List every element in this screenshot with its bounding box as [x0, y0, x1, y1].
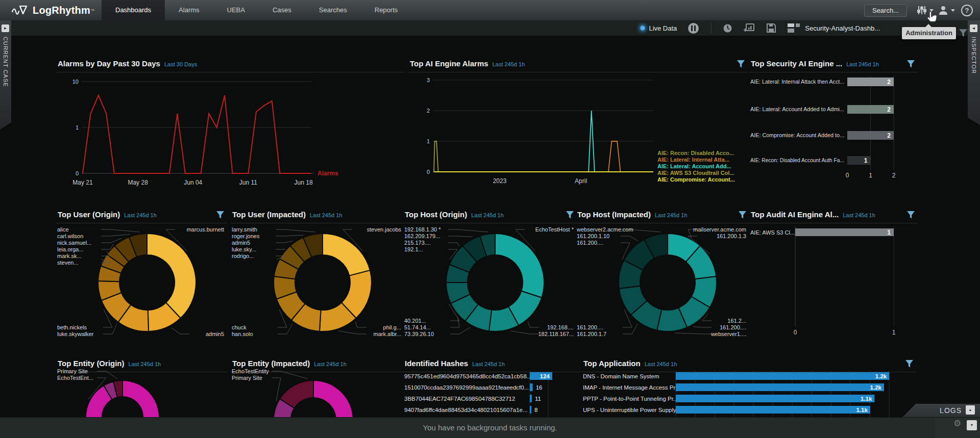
- nav-tab-alarms[interactable]: Alarms: [165, 0, 213, 20]
- settings-gear-icon[interactable]: ⚙: [953, 418, 961, 429]
- live-data-indicator-icon[interactable]: [640, 25, 645, 31]
- svg-text:0: 0: [76, 170, 79, 176]
- chart-area[interactable]: AIE: AWS S3 Cl...101: [749, 208, 918, 342]
- svg-text:1.2k: 1.2k: [875, 373, 887, 379]
- donut-labels-lt: webserver2.acme.com161.200.1.10161.200..…: [577, 226, 633, 246]
- chart-area[interactable]: 95775c451ed9604d9753465d8cc4d52ca1cb58..…: [403, 357, 581, 417]
- svg-text:AIE: Recon: Disabled Account A: AIE: Recon: Disabled Account Auth Fa...: [750, 157, 844, 163]
- panel-top-user-impacted: Top User (Impacted)Last 245d 1hlarry.smi…: [231, 208, 404, 351]
- administration-caret-icon[interactable]: [929, 9, 934, 12]
- slice-label: carl.wilson: [57, 233, 91, 240]
- inspector-panel-tab[interactable]: ◄ INSPECTOR: [968, 20, 980, 125]
- svg-text:2: 2: [427, 108, 430, 114]
- slice-label: steven...: [57, 260, 91, 266]
- search-button[interactable]: Search...: [864, 4, 907, 17]
- slice-label: 192.1...: [404, 246, 441, 253]
- svg-text:11: 11: [535, 396, 541, 402]
- chart-area[interactable]: EchoTestEntityPrimary Site: [231, 357, 404, 417]
- svg-text:2: 2: [892, 172, 896, 179]
- top-navigation-bar: LogRhythm™ Dashboards Alarms UEBA Cases …: [0, 0, 980, 20]
- svg-text:1.1k: 1.1k: [861, 396, 872, 402]
- slice-label: 182.118.167...: [538, 331, 574, 338]
- donut-labels-lt: alicecarl.wilsonnick.samuel...leia.orga.…: [57, 226, 91, 266]
- svg-text:95775c451ed9604d9753465d8cc4d5: 95775c451ed9604d9753465d8cc4d52ca1cb58..…: [404, 373, 531, 379]
- chart-area[interactable]: DNS - Domain Name System1.2kIMAP - Inter…: [582, 357, 916, 417]
- legend-item: AIE: AWS S3 Cloudtrail Col...: [657, 170, 735, 176]
- panel-top-application: Top ApplicationLast 245d 1hDNS - Domain …: [582, 357, 916, 417]
- panel-top-entity-origin: Top Entity (Origin)Last 245d 1hPrimary S…: [56, 357, 227, 417]
- donut-labels-rb: 161.2...161.200....webserver1....: [711, 318, 746, 338]
- svg-text:Jun 18: Jun 18: [295, 179, 313, 186]
- chart-area[interactable]: 192.168.1.30 *162.209.179...215.173....1…: [403, 208, 577, 351]
- nav-tab-reports[interactable]: Reports: [361, 0, 412, 20]
- svg-text:1.2k: 1.2k: [870, 384, 882, 391]
- time-range-clock-icon[interactable]: [723, 23, 732, 33]
- dashboard-filter-icon[interactable]: [959, 29, 968, 40]
- svg-text:124: 124: [540, 373, 550, 379]
- chart-area[interactable]: 32102023AprilAIE: Recon: Disabled Acco..…: [408, 57, 748, 194]
- svg-text:May 28: May 28: [128, 179, 148, 186]
- panel-top-ai-engine-alarms: Top AI Engine AlarmsLast 245d 1h32102023…: [408, 57, 748, 194]
- slice-label: webserver2.acme.com: [577, 226, 633, 233]
- user-profile-icon[interactable]: [938, 5, 948, 15]
- chart-area[interactable]: alicecarl.wilsonnick.samuel...leia.orga.…: [56, 208, 227, 351]
- help-icon[interactable]: ?: [961, 5, 973, 16]
- chart-area[interactable]: 1010May 21May 28Jun 04Jun 11Jun 18Alarms: [56, 57, 404, 194]
- donut-labels-lt: EchoTestEntityPrimary Site: [232, 368, 269, 381]
- donut-labels-lt: 192.168.1.30 *162.209.179...215.173....1…: [404, 226, 441, 253]
- user-caret-icon[interactable]: [951, 9, 955, 12]
- svg-text:IMAP - Internet Message Access: IMAP - Internet Message Access Pr...: [583, 384, 680, 391]
- logs-collapse-icon[interactable]: ▼: [967, 420, 977, 430]
- svg-text:16: 16: [536, 384, 543, 391]
- chart-area[interactable]: AIE: Lateral: Internal Attack then Acct.…: [749, 57, 918, 194]
- logrhythm-logo: LogRhythm™: [0, 0, 101, 20]
- administration-sliders-icon[interactable]: [917, 5, 927, 15]
- svg-text:1: 1: [892, 329, 896, 336]
- panel-alarms-by-day: Alarms by Day Past 30 DaysLast 30 Days10…: [56, 57, 404, 194]
- dashboard-toolbar: Live Data Security-Analyst-Dashb...: [0, 20, 980, 36]
- dashboard-selector[interactable]: Security-Analyst-Dashb...: [805, 24, 880, 32]
- slice-label: 161.200....: [711, 324, 746, 331]
- donut-labels-rb: phil.g...mark.albr...: [374, 324, 401, 338]
- slice-label: larry.smith: [232, 226, 259, 233]
- pause-button[interactable]: [688, 23, 699, 34]
- chart-area[interactable]: larry.smithroger.jonesadmin5luke.sky...r…: [231, 208, 404, 351]
- panel-top-host-impacted: Top Host (Impacted)Last 245d 1hwebserver…: [576, 208, 749, 351]
- nav-tab-dashboards[interactable]: Dashboards: [102, 0, 165, 20]
- nav-tab-searches[interactable]: Searches: [305, 0, 361, 20]
- donut-labels-rb: 192.168....182.118.167...: [538, 324, 574, 338]
- current-case-panel-tab[interactable]: ► CURRENT CASE: [0, 20, 11, 130]
- slice-label: 161.2...: [711, 318, 746, 324]
- panel-top-security-ai-engine: Top Security AI Engine ...Last 245d 1hAI…: [749, 57, 918, 194]
- logs-label: LOGS: [940, 406, 962, 415]
- nav-tab-cases[interactable]: Cases: [259, 0, 305, 20]
- svg-text:Jun 04: Jun 04: [184, 179, 202, 186]
- add-widget-icon[interactable]: [744, 23, 755, 33]
- chart-area[interactable]: webserver2.acme.com161.200.1.10161.200..…: [576, 208, 749, 351]
- donut-labels-rt: EchoTestHost *: [535, 226, 574, 233]
- donut-labels-rt: mailserver.acme.com161.200.1.3: [693, 226, 746, 240]
- main-nav-tabs: Dashboards Alarms UEBA Cases Searches Re…: [102, 0, 411, 20]
- svg-text:1: 1: [427, 138, 430, 144]
- save-dashboard-icon[interactable]: [766, 23, 776, 33]
- slice-label: mark.sk...: [57, 253, 91, 260]
- dashboard-layout-icon[interactable]: [788, 23, 800, 33]
- slice-label: luke.sky...: [232, 246, 259, 253]
- chart-area[interactable]: Primary SiteEchoTestEnt...: [56, 357, 227, 417]
- svg-text:AIE: AWS S3 Cl...: AIE: AWS S3 Cl...: [750, 229, 795, 236]
- inspector-label: INSPECTOR: [971, 37, 977, 74]
- logs-expand-icon[interactable]: ▲: [966, 405, 975, 415]
- slice-label: 161.200.1.10: [577, 233, 633, 240]
- svg-text:2023: 2023: [493, 177, 507, 185]
- nav-tab-ueba[interactable]: UEBA: [213, 0, 259, 20]
- svg-text:1: 1: [869, 172, 872, 179]
- slice-label: 73.39.26.10: [404, 331, 434, 338]
- legend-item: AIE: Lateral: Account Add...: [657, 163, 735, 170]
- slice-label: 40.201...: [404, 318, 434, 324]
- svg-text:8: 8: [534, 407, 537, 413]
- background-tasks-message: You have no background tasks running.: [0, 423, 980, 432]
- donut-labels-lb: beth.nickelsluke.skywalker: [57, 324, 94, 338]
- expand-current-case-icon[interactable]: ►: [2, 24, 9, 32]
- expand-inspector-icon[interactable]: ◄: [970, 24, 977, 32]
- svg-text:UPS - Uninterruptible Power Su: UPS - Uninterruptible Power Supply: [583, 407, 676, 413]
